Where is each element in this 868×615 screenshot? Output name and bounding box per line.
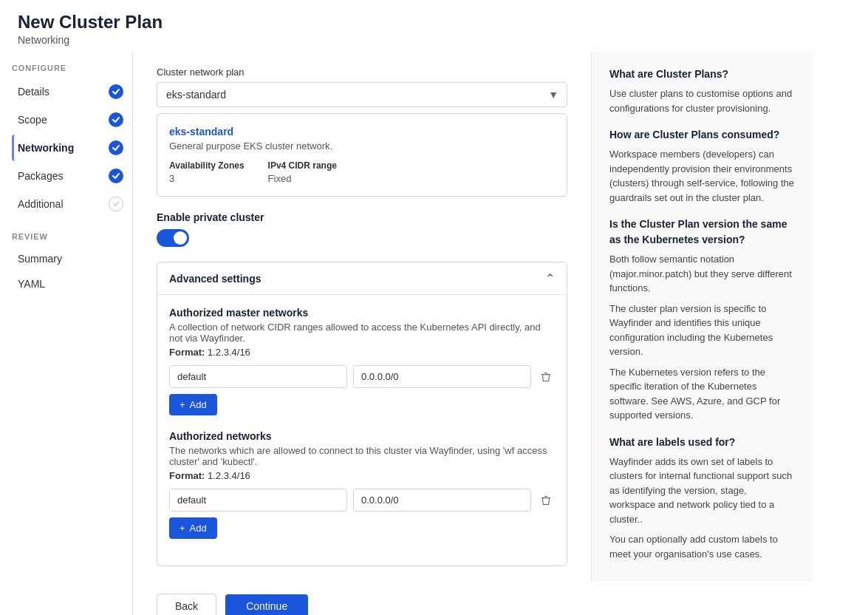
master-network-add-button[interactable]: + Add [169, 394, 217, 415]
svg-rect-0 [541, 374, 550, 375]
network-delete-button[interactable] [537, 492, 555, 509]
sidebar-item-details-label: Details [18, 86, 49, 98]
main-content: Cluster network plan eks-standard ▼ eks-… [133, 52, 591, 582]
toggle-slider [157, 229, 189, 247]
svg-rect-1 [544, 373, 547, 373]
authorized-master-networks-desc: A collection of network CIDR ranges allo… [169, 322, 555, 344]
plus-icon: + [180, 399, 185, 410]
availability-zones-label: Availability Zones [169, 160, 245, 171]
sidebar-item-networking[interactable]: Networking [12, 135, 132, 161]
page-title: New Cluster Plan [18, 12, 850, 33]
info-section-4-body2: You can optionally add custom labels to … [609, 532, 795, 561]
availability-zones-value: 3 [169, 173, 174, 184]
cluster-network-plan-select-wrapper: eks-standard ▼ [157, 82, 567, 107]
availability-zones-meta: Availability Zones 3 [169, 160, 245, 184]
cluster-network-plan-label: Cluster network plan [157, 67, 567, 78]
additional-pending-icon [109, 197, 123, 211]
info-section-2-title: How are Cluster Plans consumed? [609, 127, 795, 143]
sidebar-item-networking-label: Networking [18, 142, 74, 154]
ipv4-cidr-meta: IPv4 CIDR range Fixed [268, 160, 337, 184]
info-section-1-title: What are Cluster Plans? [609, 67, 795, 82]
plan-card-title: eks-standard [169, 126, 555, 137]
plus-icon-2: + [180, 523, 185, 534]
advanced-settings-body: Authorized master networks A collection … [157, 295, 567, 565]
enable-private-cluster-label: Enable private cluster [157, 211, 567, 223]
info-section-2-body: Workspace members (developers) can indep… [609, 147, 795, 205]
ipv4-cidr-label: IPv4 CIDR range [268, 160, 337, 171]
info-section-1-body: Use cluster plans to customise options a… [609, 86, 795, 115]
plan-card: eks-standard General purpose EKS cluster… [157, 113, 567, 197]
back-button[interactable]: Back [157, 594, 216, 615]
footer-actions: Back Continue [133, 582, 868, 615]
advanced-settings-section: Advanced settings ⌃ Authorized master ne… [157, 262, 567, 566]
sidebar-item-additional[interactable]: Additional [12, 191, 132, 217]
authorized-master-networks-format: Format: 1.2.3.4/16 [169, 347, 555, 358]
authorized-networks-section: Authorized networks The networks which a… [169, 430, 555, 539]
sidebar-item-packages[interactable]: Packages [12, 163, 132, 189]
master-network-row [169, 365, 555, 388]
sidebar-item-packages-label: Packages [18, 170, 63, 182]
authorized-networks-desc: The networks which are allowed to connec… [169, 445, 555, 467]
sidebar: CONFIGURE Details Scope Networking [0, 52, 133, 615]
info-section-3-body2: The cluster plan version is specific to … [609, 302, 795, 359]
advanced-settings-label: Advanced settings [169, 273, 261, 285]
master-network-cidr-input[interactable] [353, 365, 531, 388]
authorized-networks-format: Format: 1.2.3.4/16 [169, 470, 555, 481]
authorized-master-networks-section: Authorized master networks A collection … [169, 307, 555, 415]
chevron-up-icon: ⌃ [545, 271, 555, 285]
authorized-networks-title: Authorized networks [169, 430, 555, 442]
scope-check-icon [109, 112, 123, 127]
network-add-button[interactable]: + Add [169, 517, 217, 539]
info-section-3-body1: Both follow semantic notation (major.min… [609, 252, 795, 296]
advanced-settings-header[interactable]: Advanced settings ⌃ [157, 262, 567, 295]
info-section-4-body1: Wayfinder adds its own set of labels to … [609, 455, 795, 527]
sidebar-item-details[interactable]: Details [12, 78, 132, 105]
sidebar-item-summary[interactable]: Summary [12, 247, 132, 271]
configure-section-label: CONFIGURE [12, 64, 132, 72]
sidebar-item-scope-label: Scope [18, 114, 47, 126]
plan-card-description: General purpose EKS cluster network. [169, 140, 555, 152]
network-name-input[interactable] [169, 489, 347, 512]
sidebar-item-yaml-label: YAML [18, 278, 45, 290]
info-section-3-body3: The Kubernetes version refers to the spe… [609, 365, 795, 423]
networking-check-icon [109, 140, 123, 155]
info-section-3-title: Is the Cluster Plan version the same as … [609, 217, 795, 248]
info-panel: What are Cluster Plans? Use cluster plan… [591, 52, 813, 582]
packages-check-icon [109, 169, 123, 183]
network-row [169, 489, 555, 512]
svg-rect-2 [541, 497, 550, 498]
ipv4-cidr-value: Fixed [268, 173, 292, 184]
page-subtitle: Networking [18, 34, 850, 46]
sidebar-item-summary-label: Summary [18, 253, 62, 265]
master-network-name-input[interactable] [169, 365, 347, 388]
sidebar-item-yaml[interactable]: YAML [12, 272, 132, 296]
enable-private-cluster-toggle[interactable] [157, 229, 189, 247]
sidebar-item-scope[interactable]: Scope [12, 106, 132, 133]
review-section-label: REVIEW [12, 232, 132, 241]
authorized-master-networks-title: Authorized master networks [169, 307, 555, 319]
network-cidr-input[interactable] [353, 489, 531, 512]
master-network-delete-button[interactable] [537, 368, 555, 386]
cluster-network-plan-select[interactable]: eks-standard [157, 82, 567, 107]
svg-rect-3 [544, 496, 547, 497]
plan-card-meta: Availability Zones 3 IPv4 CIDR range Fix… [169, 160, 555, 184]
continue-button[interactable]: Continue [225, 594, 308, 615]
details-check-icon [109, 84, 123, 99]
sidebar-item-additional-label: Additional [18, 198, 64, 210]
info-section-4-title: What are labels used for? [609, 435, 795, 450]
enable-private-cluster-toggle-row [157, 229, 567, 247]
